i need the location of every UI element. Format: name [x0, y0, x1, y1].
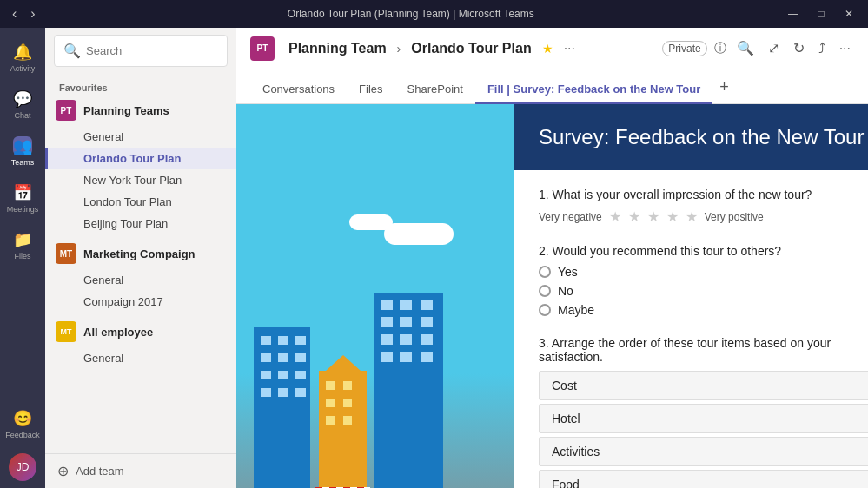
survey-card: Survey: Feedback on the New Tour 1. What…: [514, 104, 868, 488]
very-negative-label: Very negative: [539, 211, 602, 223]
team-group-marketing: MT Marketing Compaign General Compaign 2…: [45, 238, 236, 313]
rank-item-food[interactable]: Food: [539, 470, 868, 488]
favorite-star-icon[interactable]: ★: [542, 42, 553, 56]
star-1[interactable]: ★: [609, 208, 621, 225]
team-group-allemployee: MT All employee General: [45, 316, 236, 369]
rail-activity-label: Activity: [10, 64, 36, 73]
rail-chat-label: Chat: [14, 111, 30, 120]
window-title: Orlando Tour Plan (Planning Team) | Micr…: [41, 8, 781, 20]
title-bar-nav: ‹ ›: [7, 6, 41, 22]
star-2[interactable]: ★: [628, 208, 640, 225]
maximize-button[interactable]: □: [809, 2, 833, 26]
close-button[interactable]: ✕: [837, 2, 861, 26]
star-3[interactable]: ★: [647, 208, 659, 225]
tab-sharepoint[interactable]: SharePoint: [395, 76, 475, 104]
chat-icon: 💬: [13, 89, 32, 109]
minimize-button[interactable]: —: [781, 2, 805, 26]
survey-background: Survey: Feedback on the New Tour 1. What…: [236, 104, 868, 488]
question-2-text: 2. Would you recommend this tour to othe…: [539, 244, 868, 258]
add-team-button[interactable]: ⊕ Add team: [45, 453, 236, 488]
radio-maybe[interactable]: Maybe: [539, 303, 868, 317]
channel-more-button[interactable]: ···: [564, 41, 575, 56]
team-header-planning[interactable]: PT Planning Teams: [45, 95, 236, 126]
team-avatar-allemployee: MT: [56, 321, 76, 342]
search-input[interactable]: [86, 44, 232, 57]
channel-campaign2017[interactable]: Compaign 2017: [45, 291, 236, 313]
rail-chat[interactable]: 💬 Chat: [2, 82, 43, 127]
very-positive-label: Very positive: [705, 211, 764, 223]
add-team-label: Add team: [76, 465, 124, 478]
survey-container[interactable]: Survey: Feedback on the New Tour 1. What…: [236, 104, 868, 488]
radio-yes-circle: [539, 266, 551, 278]
more-options-button[interactable]: ···: [836, 37, 854, 60]
search-box[interactable]: 🔍 ✏️: [54, 35, 228, 67]
title-bar: ‹ › Orlando Tour Plan (Planning Team) | …: [0, 0, 868, 28]
nav-back-button[interactable]: ‹: [7, 6, 22, 22]
city-illustration-left: [236, 171, 471, 488]
radio-no[interactable]: No: [539, 284, 868, 298]
team-avatar-planning: PT: [56, 100, 76, 121]
rail-feedback[interactable]: 😊 Feedback: [2, 401, 43, 446]
survey-body: 1. What is your overall impression of th…: [514, 170, 868, 488]
radio-maybe-circle: [539, 304, 551, 316]
radio-no-circle: [539, 285, 551, 297]
window-controls: — □ ✕: [781, 2, 861, 26]
sidebar-content: Favourites PT Planning Teams General Orl…: [45, 74, 236, 453]
search-conversations-button[interactable]: 🔍: [733, 36, 758, 60]
rank-item-cost[interactable]: Cost: [539, 371, 868, 400]
rail-activity[interactable]: 🔔 Activity: [2, 35, 43, 80]
rail-teams-label: Teams: [11, 158, 35, 167]
team-avatar-marketing: MT: [56, 243, 76, 264]
content-header: PT Planning Team › Orlando Tour Plan ★ ·…: [236, 28, 868, 69]
header-channel-name: Orlando Tour Plan: [411, 41, 531, 56]
tab-files[interactable]: Files: [347, 76, 394, 104]
rail-meetings[interactable]: 📅 Meetings: [2, 175, 43, 221]
rank-item-activities[interactable]: Activities: [539, 437, 868, 466]
refresh-button[interactable]: ↻: [790, 36, 808, 60]
star-5[interactable]: ★: [686, 208, 698, 225]
channel-general-ae[interactable]: General: [45, 347, 236, 369]
team-name-marketing: Marketing Compaign: [83, 247, 195, 260]
meetings-icon: 📅: [13, 183, 32, 202]
header-right: Private ⓘ 🔍 ⤢ ↻ ⤴ ···: [662, 36, 854, 60]
channel-orlando[interactable]: Orlando Tour Plan: [45, 148, 236, 169]
question-2: 2. Would you recommend this tour to othe…: [539, 244, 868, 317]
feedback-icon: 😊: [13, 409, 32, 428]
channel-newyork[interactable]: New York Tour Plan: [45, 169, 236, 191]
add-tab-button[interactable]: +: [712, 78, 736, 96]
nav-forward-button[interactable]: ›: [25, 6, 40, 22]
info-icon[interactable]: ⓘ: [714, 41, 726, 56]
question-1-text: 1. What is your overall impression of th…: [539, 188, 868, 201]
star-4[interactable]: ★: [666, 208, 679, 225]
share-button[interactable]: ⤴: [815, 37, 829, 60]
rank-item-hotel[interactable]: Hotel: [539, 404, 868, 433]
private-badge: Private: [662, 41, 706, 56]
channel-london[interactable]: London Tour Plan: [45, 191, 236, 213]
channel-beijing[interactable]: Beijing Tour Plan: [45, 213, 236, 234]
rail-files[interactable]: 📁 Files: [2, 222, 43, 267]
activity-icon: 🔔: [13, 43, 32, 62]
radio-yes[interactable]: Yes: [539, 265, 868, 279]
user-avatar[interactable]: JD: [9, 453, 36, 481]
tab-survey[interactable]: Fill | Survey: Feedback on the New Tour: [475, 76, 712, 104]
channel-general-mt[interactable]: General: [45, 269, 236, 291]
building-1: [254, 327, 310, 488]
add-team-icon: ⊕: [57, 463, 69, 479]
team-header-allemployee[interactable]: MT All employee: [45, 316, 236, 347]
team-group-planning: PT Planning Teams General Orlando Tour P…: [45, 95, 236, 234]
team-header-marketing[interactable]: MT Marketing Compaign: [45, 238, 236, 269]
app-body: 🔔 Activity 💬 Chat 👥 Teams 📅 Meetings 📁 F…: [0, 28, 868, 488]
survey-title-bar: Survey: Feedback on the New Tour: [514, 104, 868, 170]
favorites-label: Favourites: [45, 77, 236, 95]
popout-button[interactable]: ⤢: [765, 36, 783, 60]
team-name-planning: Planning Teams: [83, 104, 169, 117]
question-1: 1. What is your overall impression of th…: [539, 188, 868, 225]
left-rail: 🔔 Activity 💬 Chat 👥 Teams 📅 Meetings 📁 F…: [0, 28, 45, 488]
channel-general-pt[interactable]: General: [45, 126, 236, 148]
tab-conversations[interactable]: Conversations: [250, 76, 347, 104]
cloud-1: [384, 223, 454, 245]
main-content: PT Planning Team › Orlando Tour Plan ★ ·…: [236, 28, 868, 488]
tabs-bar: Conversations Files SharePoint Fill | Su…: [236, 69, 868, 104]
rail-teams[interactable]: 👥 Teams: [2, 129, 43, 174]
breadcrumb-arrow: ›: [397, 42, 401, 56]
